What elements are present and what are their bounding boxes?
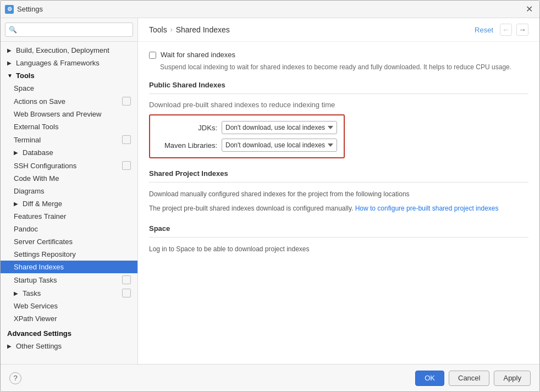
settings-window: ⚙ Settings ✕ 🔍 ▶ Build, Execution, Deplo… <box>0 0 540 392</box>
close-button[interactable]: ✕ <box>523 3 535 15</box>
wait-for-indexes-checkbox[interactable] <box>149 52 156 59</box>
collapsed-arrow-icon: ▶ <box>14 150 20 156</box>
search-icon: 🔍 <box>9 26 17 34</box>
sidebar-item-code-with-me[interactable]: Code With Me <box>1 172 137 185</box>
sidebar-item-label: Server Certificates <box>14 238 73 246</box>
nav-tree: ▶ Build, Execution, Deployment ▶ Languag… <box>1 42 137 364</box>
shared-project-body: The project pre-built shared indexes dow… <box>149 203 528 213</box>
back-button[interactable]: ← <box>500 24 512 36</box>
sidebar-item-label: Diff & Merge <box>23 200 62 208</box>
search-input[interactable] <box>5 23 133 37</box>
sidebar-item-languages-frameworks[interactable]: ▶ Languages & Frameworks <box>1 57 137 69</box>
sidebar-item-tools[interactable]: ▼ Tools <box>1 69 137 82</box>
sidebar-item-terminal[interactable]: Terminal <box>1 133 137 146</box>
content-area: Tools › Shared Indexes Reset ← → Wait fo… <box>138 18 539 364</box>
sidebar-item-web-browsers-preview[interactable]: Web Browsers and Preview <box>1 108 137 120</box>
jdks-select[interactable]: Don't download, use local indexes Downlo… <box>222 121 337 134</box>
sidebar-item-label: Tools <box>16 71 35 80</box>
sidebar-item-diff-merge[interactable]: ▶ Diff & Merge <box>1 197 137 210</box>
main-content: 🔍 ▶ Build, Execution, Deployment ▶ Langu… <box>1 18 539 364</box>
maven-row: Maven Libraries: Don't download, use loc… <box>157 139 337 152</box>
maven-select[interactable]: Don't download, use local indexes Downlo… <box>222 139 337 152</box>
sidebar-item-other-settings[interactable]: ▶ Other Settings <box>1 340 137 352</box>
collapsed-arrow-icon: ▶ <box>14 201 20 207</box>
sidebar-item-label: Web Browsers and Preview <box>14 110 101 118</box>
sidebar-item-external-tools[interactable]: External Tools <box>1 120 137 133</box>
breadcrumb-parent: Tools <box>149 25 167 34</box>
apply-button[interactable]: Apply <box>494 371 531 386</box>
sidebar-item-label: SSH Configurations <box>14 162 76 170</box>
ok-button[interactable]: OK <box>415 371 444 386</box>
shared-project-section: Shared Project Indexes Download manually… <box>149 169 528 213</box>
sidebar-item-label: XPath Viewer <box>14 314 57 323</box>
space-title: Space <box>149 224 528 233</box>
forward-button[interactable]: → <box>516 24 528 36</box>
titlebar: ⚙ Settings ✕ <box>1 1 539 18</box>
help-button[interactable]: ? <box>9 372 21 384</box>
reset-button[interactable]: Reset <box>472 25 495 35</box>
header-actions: Reset ← → <box>472 24 528 36</box>
sidebar-item-label: Advanced Settings <box>7 329 71 338</box>
content-scroll: Wait for shared indexes Suspend local in… <box>138 42 539 364</box>
shared-project-title: Shared Project Indexes <box>149 169 528 178</box>
sidebar-item-ssh-configurations[interactable]: SSH Configurations <box>1 159 137 172</box>
jdks-label: JDKs: <box>157 124 217 132</box>
breadcrumb: Tools › Shared Indexes <box>149 25 230 34</box>
section-divider <box>149 237 528 238</box>
dropdown-panel: JDKs: Don't download, use local indexes … <box>149 114 345 158</box>
sidebar-item-label: External Tools <box>14 123 58 131</box>
sidebar-item-label: Languages & Frameworks <box>16 59 100 67</box>
footer: ? OK Cancel Apply <box>1 364 539 391</box>
sidebar-item-tasks[interactable]: ▶ Tasks <box>1 286 137 300</box>
sidebar-item-label: Terminal <box>14 136 41 144</box>
titlebar-left: ⚙ Settings <box>5 5 43 14</box>
sidebar-item-settings-repository[interactable]: Settings Repository <box>1 248 137 261</box>
sidebar-item-web-services[interactable]: Web Services <box>1 300 137 312</box>
sidebar-item-label: Settings Repository <box>14 250 76 258</box>
shared-project-link[interactable]: How to configure pre-built shared projec… <box>355 205 499 212</box>
space-description: Log in to Space to be able to download p… <box>149 244 528 254</box>
sidebar-item-label: Other Settings <box>16 342 62 350</box>
sidebar-item-label: Tasks <box>23 289 41 297</box>
badge-icon <box>122 135 131 144</box>
sidebar-item-label: Web Services <box>14 302 58 310</box>
sidebar-item-server-certificates[interactable]: Server Certificates <box>1 235 137 248</box>
collapsed-arrow-icon: ▶ <box>7 343 14 349</box>
app-icon: ⚙ <box>5 5 14 14</box>
sidebar-item-shared-indexes[interactable]: Shared Indexes <box>1 261 137 273</box>
sidebar-item-actions-on-save[interactable]: Actions on Save <box>1 95 137 108</box>
sidebar-item-build-execution[interactable]: ▶ Build, Execution, Deployment <box>1 44 137 57</box>
cancel-button[interactable]: Cancel <box>449 371 489 386</box>
sidebar-item-startup-tasks[interactable]: Startup Tasks <box>1 273 137 286</box>
badge-icon <box>122 161 131 170</box>
sidebar-item-pandoc[interactable]: Pandoc <box>1 223 137 235</box>
sidebar-item-label: Actions on Save <box>14 97 65 106</box>
badge-icon <box>122 97 131 106</box>
sidebar-item-database[interactable]: ▶ Database <box>1 146 137 159</box>
section-divider <box>149 182 528 183</box>
public-section-title: Public Shared Indexes <box>149 81 528 89</box>
sidebar-item-features-trainer[interactable]: Features Trainer <box>1 210 137 223</box>
sidebar-item-diagrams[interactable]: Diagrams <box>1 185 137 197</box>
space-section: Space Log in to Space to be able to down… <box>149 224 528 254</box>
sidebar-item-label: Build, Execution, Deployment <box>16 46 109 54</box>
wait-for-indexes-label: Wait for shared indexes <box>161 51 235 59</box>
shared-project-body-text: The project pre-built shared indexes dow… <box>149 205 353 212</box>
content-header: Tools › Shared Indexes Reset ← → <box>138 18 539 42</box>
sidebar-item-label: Pandoc <box>14 225 38 233</box>
sidebar-item-label: Startup Tasks <box>14 276 57 284</box>
sidebar-item-xpath-viewer[interactable]: XPath Viewer <box>1 312 137 325</box>
collapsed-arrow-icon: ▶ <box>14 290 20 296</box>
public-section-subtitle: Download pre-built shared indexes to red… <box>149 101 528 109</box>
sidebar-item-label: Database <box>23 148 53 157</box>
sidebar-item-label: Features Trainer <box>14 212 66 220</box>
breadcrumb-current: Shared Indexes <box>176 25 230 34</box>
sidebar-item-label: Diagrams <box>14 187 45 195</box>
wait-for-indexes-row: Wait for shared indexes <box>149 51 528 59</box>
badge-icon <box>122 289 131 297</box>
collapsed-arrow-icon: ▶ <box>7 47 14 53</box>
sidebar-item-space[interactable]: Space <box>1 82 137 95</box>
sidebar-item-label: Shared Indexes <box>14 263 64 271</box>
sidebar-item-advanced-settings[interactable]: Advanced Settings <box>1 327 137 340</box>
wait-for-indexes-description: Suspend local indexing to wait for share… <box>160 62 528 72</box>
